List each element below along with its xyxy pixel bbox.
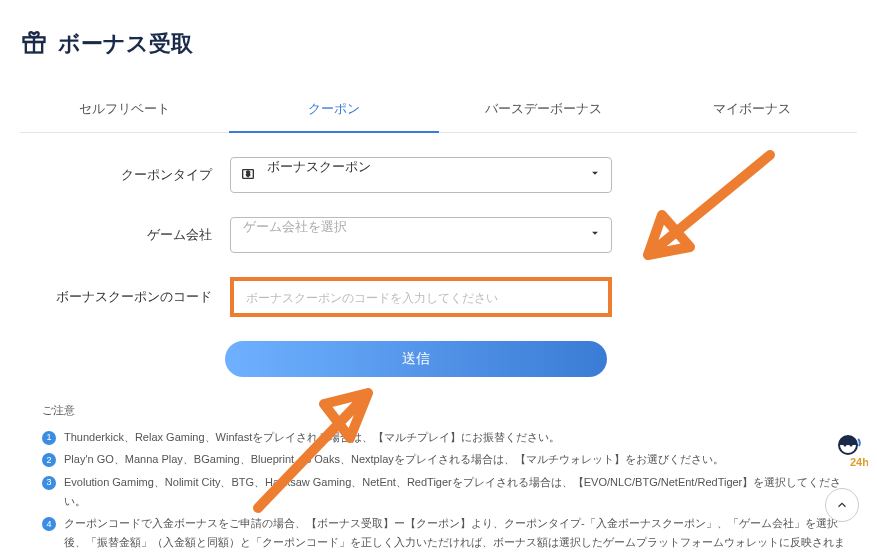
tab-coupon[interactable]: クーポン xyxy=(229,86,438,132)
coupon-type-select[interactable]: ボーナスクーポン xyxy=(230,157,612,193)
code-label: ボーナスクーポンのコード xyxy=(20,288,230,306)
tabs: セルフリベート クーポン バースデーボーナス マイボーナス xyxy=(20,86,857,133)
tab-my-bonus[interactable]: マイボーナス xyxy=(648,86,857,132)
svg-text:24h: 24h xyxy=(850,456,868,468)
company-label: ゲーム会社 xyxy=(20,226,230,244)
chevron-down-icon xyxy=(588,166,602,184)
note-number: 2 xyxy=(42,453,56,467)
svg-text:$: $ xyxy=(246,170,250,177)
note-item: 1Thunderkick、Relax Gaming、Winfastをプレイされる… xyxy=(42,428,845,447)
coupon-type-value: ボーナスクーポン xyxy=(267,159,371,174)
tab-birthday-bonus[interactable]: バースデーボーナス xyxy=(439,86,648,132)
notes-title: ご注意 xyxy=(42,401,845,420)
page-title: ボーナス受取 xyxy=(58,29,193,59)
gift-icon xyxy=(20,28,48,60)
note-number: 3 xyxy=(42,476,56,490)
note-item: 2Play'n GO、Manna Play、BGaming、Blueprint、… xyxy=(42,450,845,469)
note-number: 1 xyxy=(42,431,56,445)
scroll-top-button[interactable] xyxy=(825,488,859,522)
note-item: 3Evolution Gamimg、Nolimit City、BTG、Hacks… xyxy=(42,473,845,510)
chevron-down-icon xyxy=(588,226,602,244)
company-select[interactable]: ゲーム会社を選択 xyxy=(230,217,612,253)
note-item: 4クーポンコードで入金ボーナスをご申請の場合、【ボーナス受取】ー【クーポン】より… xyxy=(42,514,845,552)
coupon-type-label: クーポンタイプ xyxy=(20,166,230,184)
tab-self-rebate[interactable]: セルフリベート xyxy=(20,86,229,132)
company-placeholder: ゲーム会社を選択 xyxy=(243,219,347,234)
support-icon[interactable]: 24h xyxy=(827,430,869,472)
note-number: 4 xyxy=(42,517,56,531)
code-highlight xyxy=(230,277,612,317)
submit-button[interactable]: 送信 xyxy=(225,341,607,377)
coupon-type-icon: $ xyxy=(240,165,256,185)
coupon-code-input[interactable] xyxy=(236,283,606,311)
